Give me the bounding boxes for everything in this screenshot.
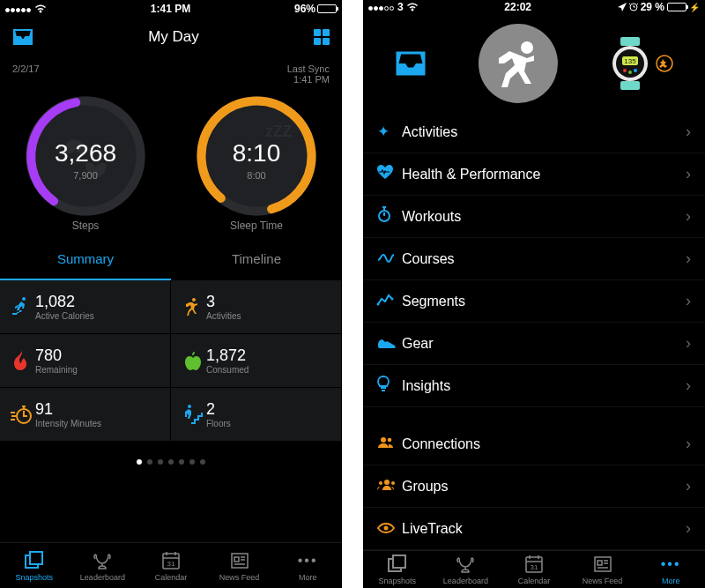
- grid-icon[interactable]: [314, 29, 330, 45]
- chevron-right-icon: ›: [686, 477, 691, 495]
- svg-point-20: [623, 69, 627, 72]
- more-icon: •••: [661, 554, 681, 575]
- route-icon: [377, 251, 395, 264]
- nav-bar: My Day: [0, 18, 342, 56]
- chevron-right-icon: ›: [686, 165, 691, 183]
- eye-icon: [377, 523, 395, 533]
- tab-calendar[interactable]: 31 Calendar: [500, 551, 568, 588]
- svg-point-28: [388, 437, 392, 442]
- svg-point-29: [384, 480, 390, 485]
- calendar-icon: 31: [161, 551, 181, 570]
- menu-livetrack[interactable]: LiveTrack›: [363, 508, 705, 550]
- svg-rect-14: [620, 37, 640, 46]
- stopwatch-icon: [11, 404, 33, 425]
- more-icon: •••: [298, 550, 318, 571]
- tab-timeline[interactable]: Timeline: [171, 239, 342, 280]
- stairs-icon: [182, 404, 204, 425]
- inbox-icon[interactable]: [12, 28, 33, 46]
- chart-icon: [377, 294, 393, 306]
- sync-badge-icon: [656, 55, 673, 72]
- inbox-icon[interactable]: [395, 50, 427, 77]
- tab-calendar[interactable]: 31 Calendar: [137, 543, 205, 588]
- page-indicator[interactable]: [0, 442, 342, 470]
- tab-leaderboard[interactable]: Leaderboard: [432, 551, 501, 588]
- battery-pct: 29 %: [641, 1, 664, 13]
- newsfeed-icon: [593, 555, 612, 574]
- battery-icon: [667, 3, 686, 11]
- steps-dial[interactable]: 3,268 7,900 Steps: [11, 90, 160, 232]
- sleep-dial[interactable]: zZZ 8:10 8:00 Sleep Time: [182, 90, 331, 232]
- svg-text:31: 31: [167, 560, 175, 568]
- svg-point-31: [391, 481, 395, 485]
- heart-icon: [377, 165, 393, 179]
- menu-segments[interactable]: Segments›: [363, 280, 705, 323]
- menu-groups[interactable]: Groups›: [363, 465, 705, 508]
- cell-remaining[interactable]: 780Remaining: [0, 334, 171, 388]
- tab-newsfeed[interactable]: News Feed: [568, 551, 637, 588]
- status-time: 22:02: [504, 1, 531, 13]
- signal-dots: [368, 1, 395, 13]
- svg-point-13: [521, 41, 533, 54]
- chevron-right-icon: ›: [686, 334, 691, 353]
- runner-icon: [492, 37, 545, 90]
- activity-avatar[interactable]: [479, 24, 558, 103]
- tab-snapshots[interactable]: Snapshots: [363, 551, 432, 588]
- wifi-icon: [34, 4, 47, 13]
- tab-bar: Snapshots Leaderboard 31 Calendar News F…: [363, 550, 705, 588]
- cell-activities[interactable]: 3Activities: [171, 280, 342, 334]
- cell-active-calories[interactable]: 1,082Active Calories: [0, 280, 171, 334]
- chevron-right-icon: ›: [686, 435, 691, 453]
- cell-intensity[interactable]: 91Intensity Minutes: [0, 388, 171, 442]
- cell-consumed[interactable]: 1,872Consumed: [171, 334, 342, 388]
- alarm-icon: [629, 3, 638, 11]
- tab-newsfeed[interactable]: News Feed: [205, 543, 274, 588]
- snapshots-icon: [388, 555, 407, 574]
- tab-more[interactable]: ••• More: [636, 551, 705, 588]
- menu-connections[interactable]: Connections›: [363, 423, 705, 465]
- device-widget[interactable]: 135: [610, 35, 673, 92]
- flame-icon: [12, 350, 32, 371]
- location-icon: [618, 3, 627, 11]
- svg-rect-34: [393, 555, 405, 568]
- menu-gear[interactable]: Gear›: [363, 323, 705, 365]
- svg-text:zZZ: zZZ: [265, 123, 292, 140]
- menu-activities[interactable]: ✦Activities›: [363, 111, 705, 153]
- section-separator: [363, 407, 705, 423]
- shoe-icon: [377, 338, 397, 348]
- status-bar: 1:41 PM 96%: [0, 0, 342, 18]
- svg-point-32: [384, 525, 389, 530]
- cell-floors[interactable]: 2Floors: [171, 388, 342, 442]
- svg-text:135: 135: [625, 57, 637, 65]
- menu-insights[interactable]: Insights›: [363, 365, 705, 407]
- last-sync: Last Sync 1:41 PM: [287, 63, 330, 85]
- status-bar: 3 22:02 29 % ⚡: [363, 0, 705, 14]
- svg-point-25: [377, 302, 380, 305]
- tab-more[interactable]: ••• More: [273, 543, 342, 588]
- run-icon: [11, 295, 33, 318]
- status-time: 1:41 PM: [151, 3, 190, 15]
- svg-rect-8: [30, 552, 42, 564]
- svg-rect-15: [620, 81, 640, 90]
- svg-point-22: [634, 69, 637, 72]
- tab-leaderboard[interactable]: Leaderboard: [69, 543, 137, 588]
- svg-text:31: 31: [531, 563, 538, 571]
- date-label: 2/2/17: [12, 63, 40, 85]
- tab-snapshots[interactable]: Snapshots: [0, 543, 69, 588]
- tab-summary[interactable]: Summary: [0, 239, 171, 280]
- menu-list: ✦Activities› Health & Performance› Worko…: [363, 111, 705, 550]
- menu-health[interactable]: Health & Performance›: [363, 153, 705, 196]
- stopwatch-icon: [377, 206, 391, 222]
- bulb-icon: [377, 376, 390, 391]
- leaderboard-icon: [456, 555, 475, 574]
- svg-point-27: [381, 437, 386, 443]
- carrier-label: 3: [397, 1, 404, 13]
- menu-courses[interactable]: Courses›: [363, 238, 705, 280]
- menu-workouts[interactable]: Workouts›: [363, 196, 705, 238]
- battery-icon: [317, 4, 337, 13]
- group-icon: [377, 479, 397, 491]
- tab-bar: Snapshots Leaderboard 31 Calendar News F…: [0, 542, 342, 588]
- right-screen: 3 22:02 29 % ⚡ 135: [363, 0, 705, 588]
- people-icon: [377, 436, 395, 449]
- battery-pct: 96%: [294, 3, 315, 15]
- snapshots-icon: [25, 551, 44, 570]
